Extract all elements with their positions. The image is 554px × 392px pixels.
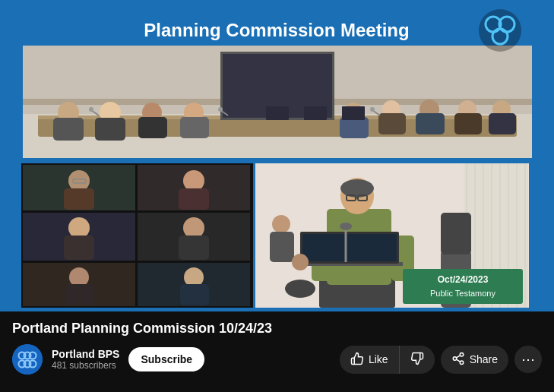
svg-rect-56: [180, 284, 209, 305]
subscriber-count: 481 subscribers: [52, 360, 119, 371]
svg-line-105: [456, 359, 460, 362]
svg-rect-35: [304, 106, 327, 120]
svg-rect-85: [270, 232, 294, 262]
channel-avatar[interactable]: [12, 344, 43, 375]
svg-rect-27: [489, 113, 516, 134]
svg-point-104: [460, 361, 464, 365]
share-button[interactable]: Share: [441, 346, 508, 374]
svg-point-39: [68, 170, 90, 191]
thumbs-up-icon: [350, 352, 364, 368]
svg-rect-81: [302, 234, 397, 261]
video-title: Portland Planning Commission 10/24/23: [12, 321, 542, 337]
svg-point-49: [183, 217, 204, 239]
svg-point-83: [340, 223, 352, 230]
svg-rect-19: [340, 117, 369, 138]
svg-text:Public Testamony: Public Testamony: [430, 289, 496, 298]
svg-rect-13: [95, 118, 125, 141]
svg-text:Oct/24/2023: Oct/24/2023: [438, 274, 489, 285]
svg-point-46: [68, 217, 90, 239]
svg-rect-36: [342, 106, 365, 120]
like-button[interactable]: Like: [340, 346, 400, 374]
svg-point-73: [340, 179, 374, 198]
svg-point-29: [89, 107, 93, 112]
channel-row: Portland BPS 481 subscribers Subscribe: [12, 344, 542, 375]
svg-point-87: [285, 280, 315, 298]
channel-info: Portland BPS 481 subscribers: [52, 348, 119, 371]
like-dislike-group: Like: [340, 346, 435, 374]
more-button[interactable]: ⋯: [514, 346, 542, 373]
svg-point-86: [292, 254, 309, 270]
svg-rect-11: [53, 118, 84, 141]
svg-rect-69: [441, 213, 471, 254]
svg-point-102: [460, 352, 464, 356]
svg-rect-15: [138, 117, 167, 138]
subscribe-button[interactable]: Subscribe: [128, 347, 204, 371]
svg-point-31: [218, 107, 223, 112]
svg-point-33: [370, 107, 375, 112]
svg-text:Planning Commission Meeting: Planning Commission Meeting: [144, 20, 409, 40]
video-thumbnail[interactable]: Planning Commission Meeting: [0, 0, 554, 311]
svg-rect-40: [64, 188, 94, 210]
like-label: Like: [369, 353, 388, 365]
svg-line-106: [456, 355, 460, 357]
action-buttons: Like: [340, 346, 542, 374]
svg-rect-53: [65, 284, 94, 305]
svg-point-91: [479, 9, 521, 52]
svg-point-103: [453, 356, 457, 360]
svg-rect-47: [64, 236, 94, 260]
more-icon: ⋯: [521, 351, 535, 368]
share-icon: [451, 352, 465, 368]
svg-rect-50: [179, 236, 209, 260]
svg-rect-25: [454, 113, 482, 134]
channel-left: Portland BPS 481 subscribers Subscribe: [12, 344, 204, 375]
channel-name[interactable]: Portland BPS: [52, 348, 119, 360]
share-label: Share: [470, 353, 498, 365]
svg-rect-34: [266, 106, 289, 120]
svg-rect-23: [416, 113, 445, 134]
dislike-button[interactable]: [400, 346, 435, 374]
app-container: Planning Commission Meeting: [0, 0, 554, 375]
info-bar: Portland Planning Commission 10/24/23: [0, 311, 554, 375]
svg-point-43: [183, 170, 204, 191]
thumbs-down-icon: [410, 352, 424, 368]
svg-rect-21: [378, 113, 406, 134]
svg-point-84: [272, 215, 290, 233]
svg-rect-17: [180, 117, 209, 138]
svg-rect-44: [179, 188, 209, 210]
